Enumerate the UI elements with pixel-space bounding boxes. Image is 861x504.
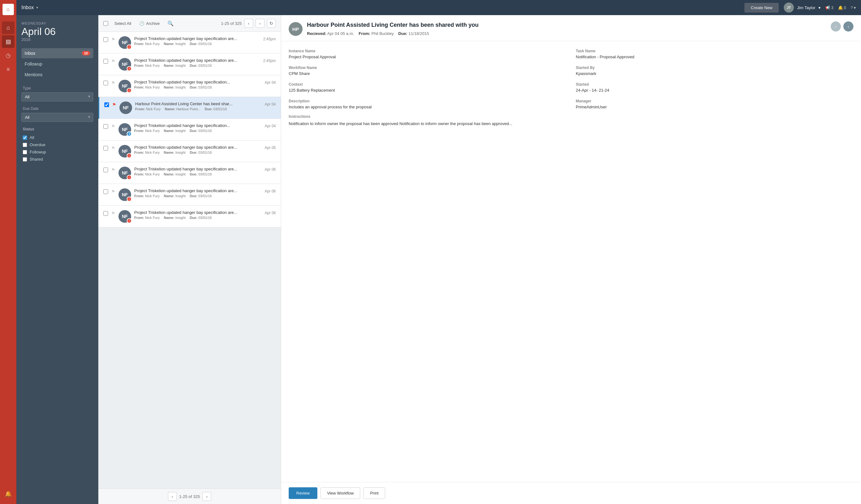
footer-prev-button[interactable]: ‹ [168, 492, 177, 501]
user-chevron[interactable]: ▾ [818, 5, 821, 10]
flag-icon[interactable]: ⚑ [111, 124, 115, 129]
message-checkbox[interactable] [104, 102, 109, 107]
detail-next-button[interactable]: › [843, 22, 853, 31]
flag-icon[interactable]: ⚑ [111, 80, 115, 85]
header-title-chevron[interactable]: ▾ [36, 5, 38, 10]
create-new-button[interactable]: Create New [744, 3, 779, 13]
due-date-filter-label: Due Date [22, 107, 93, 111]
nav-icon-list[interactable]: ≡ [2, 63, 14, 75]
header-icons: 📢 3 🔔 0 ? ▾ [825, 5, 856, 10]
manager-value: PrimeAdminUser [576, 104, 853, 109]
nav-followup[interactable]: Followup [22, 59, 93, 69]
app-logo[interactable]: ○ [2, 4, 14, 15]
message-item[interactable]: ⚑ NF! Project Triskelion updated hanger … [98, 184, 281, 206]
select-all-button[interactable]: Select All [112, 20, 133, 27]
footer-next-button[interactable]: › [202, 492, 211, 501]
message-meta: From: Nick Fury Name: Insight Due: 03/01… [134, 194, 259, 198]
message-checkbox[interactable] [104, 146, 108, 151]
flag-icon[interactable]: ⚑ [111, 189, 115, 194]
message-date: Apr 05 [265, 145, 276, 150]
received-label: Recieved: [307, 31, 326, 36]
message-checkbox[interactable] [104, 81, 108, 85]
status-followup-item[interactable]: Followup [22, 148, 93, 156]
name-label: Name: Insight [164, 42, 186, 46]
message-checkbox[interactable] [104, 124, 108, 129]
type-filter-select[interactable]: All [22, 92, 93, 101]
nav-icon-inbox[interactable]: ▤ [2, 35, 14, 48]
status-shared-label: Shared [30, 157, 43, 162]
help-icon: ? [851, 5, 853, 10]
megaphone-icon: 📢 [825, 5, 830, 10]
name-label: Name: Insight [164, 194, 186, 198]
help-icon-item[interactable]: ? ▾ [851, 5, 856, 10]
next-page-button[interactable]: › [256, 19, 264, 28]
message-item-selected[interactable]: ⚑ NF Harbour Point Assisted Living Cente… [98, 97, 281, 119]
started-by-label: Started By [576, 66, 853, 70]
flag-icon[interactable]: ⚑ [111, 37, 115, 42]
status-all-checkbox[interactable] [23, 136, 27, 140]
status-overdue-item[interactable]: Overdue [22, 141, 93, 148]
sub-badge: ! [127, 88, 132, 93]
flag-icon[interactable]: ⚑ [111, 145, 115, 151]
detail-fields-grid: Instance Name Project Proposal Approval … [289, 49, 853, 109]
message-subject: Project Triskelion updated hanger bay sp… [134, 167, 259, 171]
status-followup-checkbox[interactable] [23, 150, 27, 154]
message-content: Project Triskelion updated hanger bay sp… [134, 210, 259, 220]
select-all-checkbox[interactable] [104, 21, 108, 26]
message-avatar: NF! [119, 80, 131, 92]
review-button[interactable]: Review [289, 487, 317, 499]
message-meta: From: Nick Fury Name: Insight Due: 03/01… [134, 42, 258, 46]
nav-icon-notifications[interactable]: 🔔 [2, 488, 14, 500]
view-workflow-button[interactable]: View Workflow [320, 487, 360, 499]
message-item[interactable]: ⚑ NF! Project Triskelion updated hanger … [98, 75, 281, 97]
bell-icon-item[interactable]: 🔔 0 [838, 5, 846, 10]
list-footer: ‹ 1-25 of 325 › [98, 489, 281, 504]
message-checkbox[interactable] [104, 37, 108, 42]
flag-icon[interactable]: ⚑ [111, 167, 115, 172]
nav-inbox[interactable]: Inbox 10 [22, 48, 93, 58]
nav-icon-history[interactable]: ◷ [2, 49, 14, 62]
message-item[interactable]: ⚑ NF! Project Triskelion updated hanger … [98, 206, 281, 227]
message-subject: Project Triskelion updated hanger bay sp… [134, 36, 258, 41]
instructions-label: Instructions [289, 114, 853, 119]
name-label: Name: Insight [164, 172, 186, 176]
detail-body: Instance Name Project Proposal Approval … [281, 41, 861, 482]
user-avatar: JT [784, 2, 794, 13]
due-date-filter-select[interactable]: All [22, 113, 93, 122]
message-item[interactable]: ⚑ NF! Project Triskelion updated hanger … [98, 140, 281, 162]
flag-icon[interactable]: ⚑ [112, 102, 116, 107]
message-checkbox[interactable] [104, 189, 108, 194]
detail-navigation: ‹ › [831, 22, 853, 31]
refresh-button[interactable]: ↻ [267, 19, 276, 28]
status-shared-item[interactable]: Shared [22, 156, 93, 163]
detail-prev-button[interactable]: ‹ [831, 22, 841, 31]
message-content: Project Triskelion updated hanger bay sp… [134, 36, 258, 46]
header-user: JT Jim Taylor ▾ [784, 2, 821, 13]
message-checkbox[interactable] [104, 168, 108, 172]
search-button[interactable]: 🔍 [167, 20, 174, 26]
message-item[interactable]: ⚑ NF! Project Triskelion updated hanger … [98, 54, 281, 75]
message-content: Project Triskelion updated hanger bay sp… [134, 58, 258, 67]
flag-icon[interactable]: ⚑ [111, 211, 115, 216]
message-item[interactable]: ⚑ NF! Project Triskelion updated hanger … [98, 32, 281, 54]
message-date: 2:45pm [263, 37, 276, 41]
nav-icon-home[interactable]: ⌂ [2, 22, 14, 34]
status-all-item[interactable]: All [22, 134, 93, 141]
print-button[interactable]: Print [364, 487, 385, 499]
status-all-label: All [30, 135, 34, 140]
status-shared-checkbox[interactable] [23, 157, 27, 162]
message-item[interactable]: ⚑ NF! Project Triskelion updated hanger … [98, 162, 281, 184]
status-followup-label: Followup [30, 150, 46, 154]
megaphone-icon-item[interactable]: 📢 3 [825, 5, 833, 10]
notifications-count: 3 [831, 5, 833, 10]
message-checkbox[interactable] [104, 59, 108, 64]
task-name-label: Task Name [576, 49, 853, 53]
detail-title: Harbour Point Assisted Living Center has… [307, 22, 826, 29]
status-overdue-checkbox[interactable] [23, 143, 27, 147]
nav-mentions[interactable]: Mentions [22, 70, 93, 80]
archive-button[interactable]: 🕐 Archive [137, 20, 161, 27]
message-item[interactable]: ⚑ NFℹ Project Triskelion updated hanger … [98, 119, 281, 140]
message-checkbox[interactable] [104, 211, 108, 216]
flag-icon[interactable]: ⚑ [111, 59, 115, 64]
prev-page-button[interactable]: ‹ [244, 19, 253, 28]
